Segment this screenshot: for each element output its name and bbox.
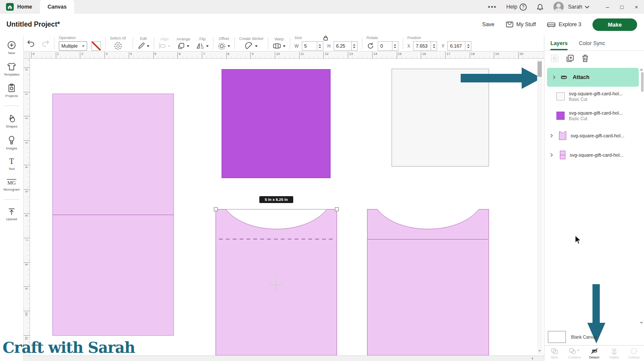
save-button[interactable]: Save (482, 21, 495, 27)
window-titlebar: Home Canvas ••• Help ? Sarah – □ × (0, 0, 644, 14)
tools-sidebar: New Templates Projects Shapes Images T T… (0, 35, 24, 361)
undo-button[interactable] (27, 39, 35, 47)
help-button[interactable]: Help ? (506, 3, 527, 11)
chevron-down-icon (168, 46, 170, 48)
layer-row-white-card[interactable]: svg-square-gift-card-hol... Basic Cut (556, 91, 623, 102)
detach-icon (590, 348, 598, 355)
x-stepper[interactable] (431, 41, 437, 51)
slice-button[interactable]: Slice (544, 346, 564, 361)
detach-button[interactable]: Detach (584, 346, 604, 361)
layer-group-attach[interactable]: Attach (547, 68, 639, 87)
machine-icon (547, 21, 556, 28)
duplicate-icon[interactable] (566, 54, 574, 63)
user-menu[interactable]: Sarah (568, 4, 589, 10)
canvas-shape-card-back[interactable] (52, 94, 174, 336)
rotate-input[interactable]: 0 (378, 41, 392, 51)
layers-panel: Layers Color Sync Attach svg-square-gift… (544, 35, 644, 361)
tab-home[interactable]: Home (0, 0, 40, 14)
sidebar-item-shapes[interactable]: Shapes (6, 114, 17, 128)
y-input[interactable]: 6.167 (447, 41, 465, 51)
notifications-button[interactable] (536, 3, 544, 11)
canvas-shape-white-square[interactable] (392, 69, 489, 167)
align-button[interactable]: Align (158, 37, 170, 49)
align-icon (158, 42, 166, 49)
canvas-shape-holder-right[interactable] (367, 209, 489, 355)
group-icon[interactable] (550, 54, 559, 63)
panel-scroll-down[interactable] (640, 322, 643, 325)
rotate-stepper[interactable] (392, 41, 398, 51)
chevron-right-icon[interactable] (549, 134, 553, 137)
sidebar-item-upload[interactable]: Upload (6, 207, 17, 221)
warp-button[interactable]: Warp (273, 37, 286, 49)
flatten-button[interactable]: Flatten (604, 346, 624, 361)
ruler-corner (24, 52, 30, 59)
width-input[interactable]: 5 (302, 41, 317, 51)
select-all-button[interactable]: Select All (110, 36, 126, 50)
tab-color-sync[interactable]: Color Sync (579, 40, 605, 50)
flip-button[interactable]: Flip (196, 37, 209, 49)
maximize-button[interactable]: □ (620, 4, 624, 10)
new-icon (7, 40, 16, 50)
chevron-down-icon (147, 46, 149, 48)
make-button[interactable]: Make (592, 18, 637, 31)
projects-icon (7, 83, 16, 93)
sidebar-item-text[interactable]: T Text (7, 157, 16, 171)
height-label: H (328, 44, 331, 49)
annotation-arrow-detach (592, 284, 600, 323)
rotate-icon[interactable] (367, 42, 374, 50)
blank-canvas-row[interactable]: Blank Canvas (544, 329, 644, 345)
layer-row-split-rect[interactable]: svg-square-gift-card-hol... (550, 151, 623, 159)
edit-button[interactable]: Edit (137, 36, 149, 50)
chevron-down-icon (187, 46, 189, 48)
selection-handle-top-left[interactable] (214, 207, 218, 211)
contour-button[interactable]: Contour (624, 346, 644, 361)
tab-layers[interactable]: Layers (550, 40, 568, 50)
panel-scroll-up[interactable] (640, 67, 643, 70)
layer-thumbnail-purple (556, 112, 565, 120)
color-swatch[interactable] (91, 41, 101, 51)
sidebar-item-templates[interactable]: Templates (4, 62, 19, 76)
sidebar-item-new[interactable]: New (7, 40, 16, 55)
trash-icon[interactable] (581, 54, 589, 63)
my-stuff-button[interactable]: My Stuff (506, 21, 536, 28)
canvas-shape-purple-square[interactable] (222, 69, 331, 178)
chevron-down-icon (577, 350, 580, 352)
operation-select[interactable]: Multiple (59, 41, 87, 51)
offset-button[interactable]: Offset (218, 36, 230, 50)
fold-line-dashed (219, 239, 334, 240)
bell-icon (536, 3, 544, 11)
x-input[interactable]: 7.653 (413, 41, 431, 51)
chevron-right-icon[interactable] (552, 76, 555, 79)
panel-scroll-thumb[interactable] (641, 72, 644, 92)
sidebar-item-projects[interactable]: Projects (6, 83, 18, 98)
explore-machine-button[interactable]: Explore 3 (547, 21, 581, 28)
overflow-menu-icon[interactable]: ••• (488, 3, 497, 10)
chevron-right-icon[interactable] (549, 153, 553, 157)
y-stepper[interactable] (465, 41, 471, 51)
close-button[interactable]: × (635, 4, 638, 10)
height-input[interactable]: 6.25 (334, 41, 352, 51)
canvas-scrollbar-vertical[interactable] (537, 60, 542, 354)
height-stepper[interactable] (352, 41, 358, 51)
sidebar-item-monogram[interactable]: MG Monogram (3, 178, 20, 191)
templates-icon (6, 62, 17, 71)
layer-row-holder-group[interactable]: svg-square-gift-card-hol... (550, 131, 624, 140)
create-sticker-button[interactable]: Create Sticker (239, 36, 264, 50)
chevron-down-icon (82, 46, 85, 48)
arrange-button[interactable]: Arrange (176, 37, 190, 50)
home-icon (6, 3, 14, 11)
avatar[interactable] (553, 2, 564, 12)
sidebar-item-images[interactable]: Images (6, 135, 17, 150)
design-canvas[interactable]: 5 in x 6.25 in 0123456789101112131415161… (24, 52, 544, 361)
combine-button[interactable]: Combine (564, 346, 584, 361)
minimize-button[interactable]: – (606, 4, 609, 10)
chevron-down-icon (283, 46, 286, 48)
tab-canvas[interactable]: Canvas (40, 0, 74, 14)
lock-icon[interactable] (323, 35, 328, 41)
width-stepper[interactable] (317, 41, 323, 51)
selection-handle-top-right[interactable] (335, 207, 339, 211)
redo-button[interactable] (41, 39, 50, 47)
layer-row-purple-card[interactable]: svg-square-gift-card-hol... Basic Cut (556, 110, 623, 121)
select-all-icon (114, 42, 122, 50)
layer-group-label: Attach (573, 74, 589, 80)
